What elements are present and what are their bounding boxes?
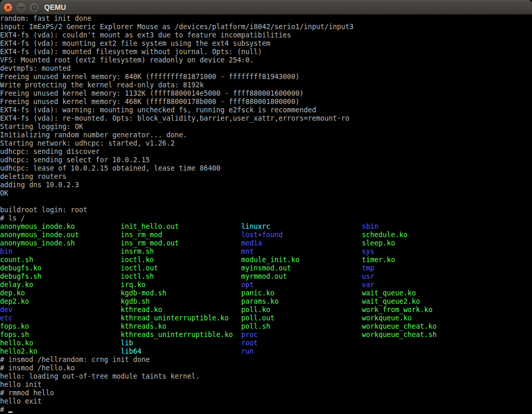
- terminal-text: random: fast init done: [0, 15, 91, 22]
- terminal-line: # insmod /hellrandom: crng init done: [0, 356, 532, 364]
- ls-entry: poll.out: [241, 314, 362, 322]
- terminal-line: Initializing random number generator... …: [0, 131, 532, 139]
- terminal-text: OK: [0, 189, 8, 197]
- window-title: QEMU: [44, 3, 66, 11]
- ls-entry: ins_rm_mod: [121, 231, 241, 239]
- ls-entry: fops.sh: [0, 331, 121, 339]
- terminal-line: anonymous_inode.shins_rm_mod.outmediasle…: [0, 239, 532, 248]
- terminal-line: count.shioctl.komodule_init.kotimer.ko: [0, 256, 532, 264]
- terminal-text: Freeing unused kernel memory: 840K (ffff…: [0, 73, 299, 81]
- ls-entry: ioctl.ko: [121, 256, 241, 264]
- terminal-text: EXT4-fs (vda): mounting ext2 file system…: [0, 40, 270, 47]
- terminal-line: Write protecting the kernel read-only da…: [0, 81, 532, 89]
- terminal-line: anonymous_inode.koinit_hello.outlinuxrcs…: [0, 223, 532, 231]
- ls-entry: sbin: [362, 223, 482, 231]
- terminal-line: VFS: Mounted root (ext2 filesystem) read…: [0, 56, 532, 64]
- ls-entry: root: [241, 339, 362, 347]
- ls-entry: media: [241, 239, 362, 248]
- ls-entry: lib64: [121, 347, 241, 356]
- ls-entry: fops.ko: [0, 322, 121, 331]
- terminal-text: Freeing unused kernel memory: 1132K (fff…: [0, 89, 303, 97]
- ls-entry: params.ko: [241, 297, 362, 306]
- maximize-icon: [32, 5, 36, 9]
- terminal-text: Starting network: udhcpc: started, v1.26…: [0, 139, 175, 147]
- terminal-line: etckthread_uninterruptible.kopoll.outwor…: [0, 314, 532, 322]
- terminal-line: hello2.kolib64run: [0, 347, 532, 356]
- terminal-line: [0, 198, 532, 206]
- terminal-text: Starting logging: OK: [0, 123, 83, 131]
- window-controls: ✕ —: [4, 3, 38, 12]
- terminal-line: EXT4-fs (vda): couldn't mount as ext3 du…: [0, 31, 532, 40]
- ls-entry: wait_queue.ko: [362, 289, 482, 297]
- ls-entry: var: [362, 281, 482, 289]
- minimize-button[interactable]: —: [17, 3, 25, 12]
- ls-entry: opt: [241, 281, 362, 289]
- terminal-text: devtmpfs: mounted: [0, 64, 71, 72]
- ls-entry: tmp: [362, 264, 482, 273]
- ls-entry: proc: [241, 331, 362, 339]
- ls-entry: usr: [362, 273, 482, 281]
- ls-entry: kthreads_uninterruptible.ko: [121, 331, 241, 339]
- ls-entry: debugfs.sh: [0, 273, 121, 281]
- terminal-text: # ls /: [0, 214, 25, 222]
- window-titlebar: ✕ — QEMU: [0, 0, 532, 15]
- ls-entry: myrmmod.out: [241, 273, 362, 281]
- terminal-line: random: fast init done: [0, 15, 532, 23]
- ls-entry: wait_queue2.ko: [362, 297, 482, 306]
- ls-entry: dep2.ko: [0, 297, 121, 306]
- terminal-text: Write protecting the kernel read-only da…: [0, 81, 204, 89]
- terminal-line: dep2.kokgdb.shparams.kowait_queue2.ko: [0, 297, 532, 306]
- terminal-text: EXT4-fs (vda): re-mounted. Opts: block_v…: [0, 114, 349, 122]
- terminal-line: devkthread.kopoll.kowork_from_work.ko: [0, 306, 532, 314]
- ls-entry: workqueue_cheat.ko: [362, 322, 482, 331]
- terminal-line: devtmpfs: mounted: [0, 64, 532, 73]
- terminal-line: Freeing unused kernel memory: 468K (ffff…: [0, 98, 532, 106]
- ls-entry: myinsmod.out: [241, 264, 362, 273]
- terminal-text: hello init: [0, 381, 42, 389]
- terminal-line: deleting routers: [0, 173, 532, 181]
- close-icon: ✕: [6, 5, 10, 10]
- ls-entry: count.sh: [0, 256, 121, 264]
- terminal-line: dep.kokgdb-mod.shpanic.kowait_queue.ko: [0, 289, 532, 297]
- terminal-text: udhcpc: sending discover: [0, 148, 100, 156]
- terminal-text: [0, 198, 4, 205]
- ls-entry: delay.ko: [0, 281, 121, 289]
- ls-entry: dep.ko: [0, 289, 121, 297]
- terminal-line: Freeing unused kernel memory: 1132K (fff…: [0, 89, 532, 98]
- ls-entry: panic.ko: [241, 289, 362, 297]
- terminal-line: #: [0, 406, 532, 414]
- ls-entry: bin: [0, 248, 121, 256]
- terminal-line: hello exit: [0, 397, 532, 406]
- terminal-cursor: [8, 411, 12, 413]
- terminal-line: # ls /: [0, 214, 532, 223]
- terminal-line: # insmod /hello.ko: [0, 364, 532, 372]
- terminal-line: EXT4-fs (vda): mounting ext2 file system…: [0, 40, 532, 48]
- terminal-text: deleting routers: [0, 173, 66, 180]
- ls-entry: debugfs.ko: [0, 264, 121, 273]
- terminal-line: hello init: [0, 381, 532, 389]
- ls-entry: module_init.ko: [241, 256, 362, 264]
- terminal-line: fops.kokthreads.kopoll.shworkqueue_cheat…: [0, 322, 532, 331]
- terminal-line: bininsrm.shmntsys: [0, 248, 532, 256]
- terminal-line: anonymous_inode.outins_rm_modlost+founds…: [0, 231, 532, 239]
- terminal-line: hello: loading out-of-tree module taints…: [0, 372, 532, 381]
- ls-entry: workqueue.ko: [362, 314, 482, 322]
- terminal-text: adding dns 10.0.2.3: [0, 181, 79, 189]
- maximize-button[interactable]: [30, 3, 38, 12]
- terminal-text: Initializing random number generator... …: [0, 131, 187, 139]
- terminal-text: VFS: Mounted root (ext2 filesystem) read…: [0, 56, 254, 64]
- terminal-line: OK: [0, 189, 532, 198]
- ls-entry: ins_rm_mod.out: [121, 239, 241, 248]
- close-button[interactable]: ✕: [4, 3, 12, 12]
- terminal-screen[interactable]: random: fast init doneinput: ImExPS/2 Ge…: [0, 15, 532, 414]
- terminal-text: EXT4-fs (vda): couldn't mount as ext3 du…: [0, 31, 291, 39]
- terminal-text: #: [0, 406, 8, 413]
- terminal-text: input: ImExPS/2 Generic Explorer Mouse a…: [0, 23, 353, 31]
- terminal-line: debugfs.shioctl.shmyrmmod.outusr: [0, 273, 532, 281]
- ls-entry: etc: [0, 314, 121, 322]
- terminal-text: hello: loading out-of-tree module taints…: [0, 372, 200, 380]
- ls-entry: insrm.sh: [121, 248, 241, 256]
- terminal-text: Freeing unused kernel memory: 468K (ffff…: [0, 98, 299, 106]
- terminal-text: buildroot login: root: [0, 206, 87, 214]
- ls-entry: ioctl.sh: [121, 273, 241, 281]
